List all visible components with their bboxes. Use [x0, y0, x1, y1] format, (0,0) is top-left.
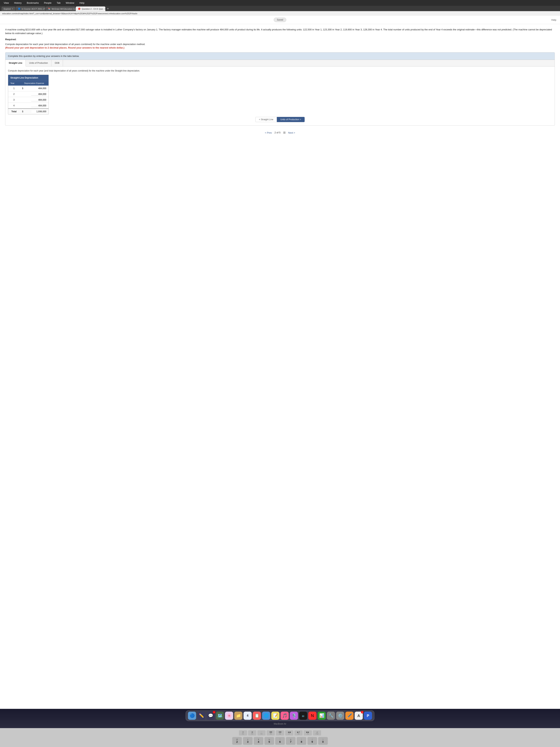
key-9[interactable]: (9	[308, 737, 317, 745]
method-tabs: Straight Line Units of Production DDB	[5, 60, 555, 67]
menu-item-bookmarks[interactable]: Bookmarks	[26, 1, 39, 5]
problem-text: A machine costing $210,600 with a four-y…	[5, 28, 555, 35]
tab-course-label: in Course: ACCT 2001.171I,ACCT	[22, 8, 45, 10]
page-body: A machine costing $210,600 with a four-y…	[0, 24, 560, 709]
key-3[interactable]: #3	[243, 737, 252, 745]
col-year-header: Year	[8, 81, 20, 85]
new-tab-button[interactable]: +	[106, 7, 110, 11]
fn-key-f10[interactable]: ◁F10	[313, 730, 321, 736]
amount-2[interactable]	[24, 91, 49, 97]
menu-item-help[interactable]: Help	[79, 1, 85, 5]
fn-key-f3[interactable]: ⊞F3	[248, 730, 256, 736]
dock-icon-support[interactable]: 🔧	[327, 712, 335, 720]
key-0[interactable]: )0	[318, 737, 328, 745]
tab-expired[interactable]: Expired ✕	[1, 7, 16, 11]
key-5[interactable]: %5	[264, 737, 274, 745]
page-info: 2 of 5	[274, 131, 281, 134]
dock-icon-appletv[interactable]: 📺	[299, 712, 307, 720]
menu-item-window[interactable]: Window	[65, 1, 75, 5]
fn-key-f9[interactable]: ▶▶F9	[304, 730, 312, 736]
dock-icon-reminders[interactable]: 📋	[253, 712, 261, 720]
fn-key-f6[interactable]: ⌨F6	[276, 730, 284, 736]
amount-input-3[interactable]	[31, 99, 46, 101]
table-row: 2	[8, 91, 49, 97]
dock-icon-pencil[interactable]: ✏️	[197, 712, 205, 720]
question-box: Complete this question by entering your …	[5, 52, 555, 126]
dock-icon-settings[interactable]: ⚙️	[336, 712, 344, 720]
tab-expired-close[interactable]: ✕	[12, 8, 13, 10]
key-4[interactable]: $4	[254, 737, 263, 745]
dock-icon-fontbook[interactable]: A1	[355, 712, 363, 720]
keyboard-area: ☀F2 ⊞F3 ⋯F4 ⌨F5 ⌨F6 ◀◀F7 ▶IIF8 ▶▶F9 ◁F10…	[0, 728, 560, 747]
tab-units-of-production[interactable]: Units of Production	[26, 60, 51, 66]
amount-input-1[interactable]	[31, 87, 46, 90]
tab-expired-label: Expired	[4, 8, 10, 10]
tab-bar: Expired ✕ 🔵 in Course: ACCT 2001.171I,AC…	[0, 6, 560, 11]
amount-input-4[interactable]	[31, 104, 46, 107]
dock-icon-photos[interactable]: 🌸	[225, 712, 233, 720]
dock-icon-folder[interactable]: 📁	[234, 712, 242, 720]
table-title: Straight-Line Depreciation	[8, 75, 49, 81]
key-6[interactable]: ^6	[275, 737, 285, 745]
grid-icon[interactable]: ⊞	[283, 130, 286, 135]
key-2[interactable]: @2	[232, 737, 242, 745]
dock-icon-calendar[interactable]: 4	[243, 712, 252, 720]
macbook-label: MacBook Air	[274, 723, 286, 725]
tab-mcgraw[interactable]: 📚 McGraw-Hill Education Campu ✕	[46, 6, 75, 11]
fn-key-f4[interactable]: ⋯F4	[258, 730, 266, 736]
fn-key-f5[interactable]: ⌨F5	[267, 730, 275, 736]
saved-badge: Saved	[274, 18, 286, 22]
next-page-button[interactable]: Next >	[288, 131, 295, 134]
fn-key-f7[interactable]: ◀◀F7	[285, 730, 293, 736]
tab-question[interactable]: 🔴 Question 2 - Ch 8: Quiz - Con ✕	[76, 6, 105, 11]
dock-icon-chat[interactable]: 💬1	[207, 712, 215, 720]
amount-4[interactable]	[24, 103, 49, 108]
table-row: 4	[8, 103, 49, 108]
dock-icon-maps[interactable]: 🗺️	[216, 712, 224, 720]
dock-icon-numbers[interactable]: 📊	[318, 712, 326, 720]
total-amount-input[interactable]	[31, 110, 46, 113]
dock-icon-draw[interactable]: 🖊️	[345, 712, 353, 720]
col-expense-header: Depreciation Expense	[20, 81, 49, 85]
dock-icon-notes[interactable]: 📝	[271, 712, 279, 720]
prev-straight-line-btn[interactable]: < Straight Line	[256, 117, 277, 122]
amount-1[interactable]	[24, 85, 49, 91]
page-navigation: < Prev 2 of 5 ⊞ Next >	[5, 128, 555, 136]
tab-ddb[interactable]: DDB	[52, 60, 63, 66]
dollar-3	[20, 97, 24, 103]
menu-item-history[interactable]: History	[14, 1, 22, 5]
top-bar: Saved Help	[0, 16, 560, 24]
dock-icon-podcasts[interactable]: 🎙️	[290, 712, 298, 720]
address-url: education.com/ext/map/index.html?_con=co…	[2, 12, 137, 15]
next-units-of-production-btn[interactable]: Units of Production >	[277, 117, 304, 122]
key-7[interactable]: &7	[286, 737, 296, 745]
tab-question-label: Question 2 - Ch 8: Quiz - Con	[82, 8, 105, 10]
prev-page-button[interactable]: < Prev	[265, 131, 272, 134]
tab-straight-line[interactable]: Straight Line	[5, 60, 26, 67]
dock-icon-chrome[interactable]: 🌐	[262, 712, 270, 720]
dock-icon-news[interactable]: N	[308, 712, 317, 720]
amount-input-2[interactable]	[31, 93, 46, 96]
total-row: Total $	[8, 108, 49, 114]
dock-icon-finder[interactable]: 🔵	[188, 712, 196, 720]
tab-mcgraw-icon: 📚	[48, 7, 51, 10]
menu-item-people[interactable]: People	[43, 1, 52, 5]
amount-3[interactable]	[24, 97, 49, 103]
fn-key-f2[interactable]: ☀F2	[239, 730, 247, 736]
menu-item-view[interactable]: View	[3, 1, 10, 5]
menu-item-tab[interactable]: Tab	[56, 1, 61, 5]
fn-key-f8[interactable]: ▶IIF8	[294, 730, 302, 736]
total-amount[interactable]	[24, 108, 49, 114]
tab-description: Compute depreciation for each year (and …	[8, 69, 552, 73]
dock-icon-app-p[interactable]: P	[364, 712, 372, 720]
help-link[interactable]: Help	[551, 19, 556, 21]
address-bar[interactable]: education.com/ext/map/index.html?_con=co…	[0, 11, 560, 16]
menu-bar: View History Bookmarks People Tab Window…	[0, 0, 560, 6]
tab-course[interactable]: 🔵 in Course: ACCT 2001.171I,ACCT ✕	[16, 6, 45, 11]
num-row: @2 #3 $4 %5 ^6 &7 *8 (9 )0	[4, 737, 556, 745]
year-3: 3	[8, 97, 20, 103]
dock-icon-music[interactable]: 🎵	[281, 712, 289, 720]
key-8[interactable]: *8	[297, 737, 306, 745]
tab-question-icon: 🔴	[78, 7, 81, 10]
instruction-text: Compute depreciation for each year (and …	[5, 43, 555, 50]
